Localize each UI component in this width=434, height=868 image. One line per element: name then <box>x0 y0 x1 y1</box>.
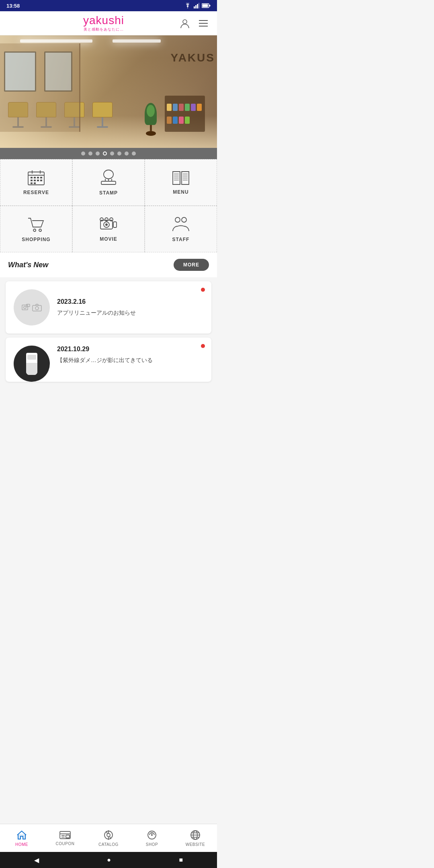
cart-icon <box>27 216 45 233</box>
app-header: yakushi 美と感動をあなたに… <box>0 11 217 35</box>
svg-rect-3 <box>199 3 199 8</box>
movie-label: MOVIE <box>100 236 117 242</box>
svg-rect-22 <box>40 180 42 181</box>
main-grid-menu: RESERVE STAMP MENU <box>0 159 217 252</box>
svg-rect-2 <box>197 4 198 8</box>
grid-item-staff[interactable]: STAFF <box>145 206 217 252</box>
dot-5[interactable] <box>110 151 114 156</box>
hero-banner: YAKUS <box>0 35 217 148</box>
news-thumbnail-1 <box>14 289 50 326</box>
menu-label: MENU <box>173 189 188 195</box>
svg-point-7 <box>183 20 187 24</box>
wifi-icon <box>184 3 191 8</box>
news-content-2: 2021.10.29 【紫外線ダメ…ジが影に出てきている <box>57 346 203 364</box>
news-date-2: 2021.10.29 <box>57 346 203 353</box>
whats-new-section: What's New MORE <box>0 252 217 277</box>
menu-icon[interactable] <box>198 18 209 29</box>
svg-rect-15 <box>31 177 33 178</box>
news-unread-dot-1 <box>201 288 205 292</box>
book-icon <box>172 170 190 185</box>
svg-point-48 <box>175 217 180 222</box>
dot-2[interactable] <box>88 151 92 156</box>
svg-point-40 <box>39 229 41 231</box>
grid-item-menu[interactable]: MENU <box>145 159 217 206</box>
more-button[interactable]: MORE <box>174 259 209 271</box>
signal-icon <box>194 3 199 8</box>
grid-item-reserve[interactable]: RESERVE <box>0 159 72 206</box>
status-time: 13:58 <box>6 3 20 9</box>
svg-point-39 <box>33 229 36 231</box>
logo-text: yakushi <box>83 14 124 27</box>
grid-item-stamp[interactable]: STAMP <box>72 159 145 206</box>
svg-rect-53 <box>33 305 41 311</box>
user-icon[interactable] <box>179 18 190 29</box>
logo-container: yakushi 美と感動をあなたに… <box>83 14 124 32</box>
grid-item-movie[interactable]: MOVIE <box>72 206 145 252</box>
stamp-icon <box>100 169 117 186</box>
svg-rect-26 <box>101 181 116 184</box>
logo-tagline: 美と感動をあなたに… <box>84 27 124 32</box>
whats-new-title: What's New <box>8 261 48 269</box>
movie-icon <box>100 216 117 232</box>
svg-rect-16 <box>34 177 36 178</box>
svg-rect-50 <box>22 305 28 310</box>
svg-point-43 <box>105 223 108 226</box>
svg-rect-5 <box>209 5 211 6</box>
svg-rect-20 <box>34 180 36 181</box>
svg-rect-18 <box>40 177 42 178</box>
dot-3[interactable] <box>96 151 100 156</box>
svg-rect-21 <box>37 180 39 181</box>
photo-placeholder-icon <box>22 304 31 311</box>
calendar-icon <box>27 170 45 186</box>
svg-rect-0 <box>194 6 195 8</box>
news-date-1: 2023.2.16 <box>57 298 203 305</box>
svg-rect-52 <box>27 304 30 307</box>
news-card-1[interactable]: 2023.2.16 アプリリニューアルのお知らせ <box>6 281 211 334</box>
camera-placeholder-icon <box>32 303 42 311</box>
svg-rect-6 <box>203 4 208 7</box>
svg-rect-17 <box>37 177 39 178</box>
dot-1[interactable] <box>81 151 85 156</box>
stamp-label: STAMP <box>99 190 118 196</box>
news-content-1: 2023.2.16 アプリリニューアルのお知らせ <box>57 298 203 317</box>
news-text-1: アプリリニューアルのお知らせ <box>57 309 203 317</box>
status-bar: 13:58 <box>0 0 217 11</box>
svg-rect-1 <box>195 5 197 8</box>
svg-point-51 <box>24 306 26 309</box>
news-text-2: 【紫外線ダメ…ジが影に出てきている <box>57 356 203 364</box>
reserve-label: RESERVE <box>23 190 49 195</box>
staff-icon <box>172 216 190 233</box>
svg-rect-23 <box>31 182 33 184</box>
news-card-2[interactable]: 2021.10.29 【紫外線ダメ…ジが影に出てきている <box>6 338 211 382</box>
staff-label: STAFF <box>172 237 190 242</box>
header-action-icons[interactable] <box>179 18 209 29</box>
svg-rect-24 <box>34 182 36 184</box>
news-unread-dot-2 <box>201 344 205 348</box>
news-thumbnail-2 <box>14 346 50 382</box>
battery-icon <box>202 3 211 8</box>
dot-4-active[interactable] <box>103 151 107 156</box>
svg-rect-19 <box>31 180 33 181</box>
svg-rect-47 <box>113 222 117 227</box>
dot-7[interactable] <box>125 151 129 156</box>
shopping-label: SHOPPING <box>22 237 50 242</box>
svg-rect-25 <box>104 170 113 179</box>
svg-point-54 <box>35 307 39 310</box>
status-icons <box>184 3 211 8</box>
grid-item-shopping[interactable]: SHOPPING <box>0 206 72 252</box>
dot-8[interactable] <box>132 151 136 156</box>
carousel-dots[interactable] <box>0 148 217 159</box>
svg-point-49 <box>182 217 186 222</box>
dot-6[interactable] <box>117 151 121 156</box>
